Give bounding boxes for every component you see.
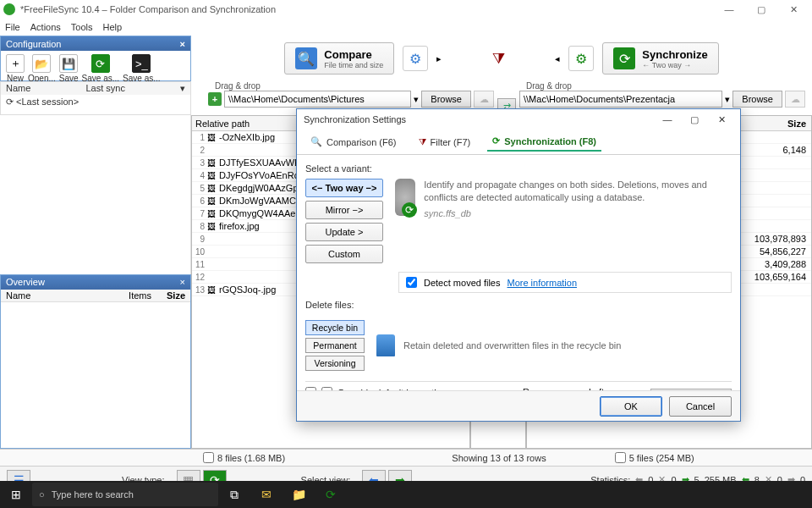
tab-comparison[interactable]: 🔍Comparison (F6) <box>305 133 402 151</box>
compare-settings-button[interactable]: ⚙ <box>403 46 428 71</box>
right-select-all[interactable] <box>615 452 626 463</box>
maximize-button[interactable]: ▢ <box>746 0 776 19</box>
window-title: *FreeFileSync 10.4 – Folder Comparison a… <box>20 4 714 14</box>
dragdrop-label-right: Drag & drop <box>519 81 805 91</box>
left-summary: 8 files (1.68 MB) <box>217 453 285 463</box>
menu-tools[interactable]: Tools <box>71 22 93 32</box>
override-log-checkbox[interactable] <box>321 387 332 390</box>
close-button[interactable]: ✕ <box>778 0 809 19</box>
windows-taskbar: ⊞ ○ Type here to search ⧉ ✉ 📁 ⟳ <box>0 481 812 508</box>
chevron-down-icon[interactable]: ▾ <box>414 94 419 105</box>
left-select-all[interactable] <box>203 452 214 463</box>
dragdrop-label-left: Drag & drop <box>208 81 494 91</box>
menu-help[interactable]: Help <box>103 22 123 32</box>
variant-update[interactable]: Update > <box>305 223 383 241</box>
on-completion-select[interactable]: On completion: <box>650 389 732 390</box>
variant-two-way[interactable]: <− Two way −> <box>305 179 383 197</box>
config-row-last-session[interactable]: ⟳ <Last session> <box>1 95 190 109</box>
chevron-down-icon[interactable]: ▾ <box>180 83 185 94</box>
start-button[interactable]: ⊞ <box>0 481 32 508</box>
new-config[interactable]: ＋New <box>6 54 25 83</box>
right-path-input[interactable] <box>519 91 722 108</box>
ffs-taskbar-icon[interactable]: ⟳ <box>315 481 347 508</box>
delete-files-label: Delete files: <box>305 300 732 310</box>
mail-icon[interactable]: ✉ <box>250 481 283 508</box>
menu-actions[interactable]: Actions <box>30 22 61 32</box>
more-info-link[interactable]: More information <box>507 278 577 288</box>
overview-col-size: Size <box>151 290 185 301</box>
filter-button[interactable]: ⧩ <box>484 44 513 73</box>
sync-icon: ⟳ <box>613 47 635 69</box>
sync-tab-icon: ⟳ <box>492 135 500 146</box>
filter-tab-icon: ⧩ <box>419 136 426 147</box>
sync-subtitle: ← Two way → <box>642 61 707 69</box>
titlebar: *FreeFileSync 10.4 – Folder Comparison a… <box>0 0 812 19</box>
overview-title: Overview <box>6 277 45 288</box>
detect-moved-label: Detect moved files <box>424 278 500 288</box>
variant-mirror[interactable]: Mirror −> <box>305 201 383 219</box>
delete-description: Retain deleted and overwritten files in … <box>403 340 621 351</box>
tab-synchronization[interactable]: ⟳Synchronization (F8) <box>487 132 601 152</box>
save-config[interactable]: 💾Save <box>59 54 79 83</box>
arrow-icon: ◂ <box>555 53 560 64</box>
menu-bar: File Actions Tools Help <box>0 19 812 36</box>
delete-recycle-bin[interactable]: Recycle bin <box>305 320 365 335</box>
search-icon: ○ <box>39 489 45 500</box>
compare-subtitle: File time and size <box>324 61 383 69</box>
arrow-icon: ▸ <box>436 53 442 64</box>
recycle-bin-icon <box>376 334 395 356</box>
task-view-icon[interactable]: ⧉ <box>218 481 250 508</box>
cancel-button[interactable]: Cancel <box>669 396 732 417</box>
add-folder-pair-button[interactable]: + <box>208 92 222 106</box>
config-col-name: Name <box>6 83 30 94</box>
sync-label: Synchronize <box>642 48 707 61</box>
compare-label: Compare <box>324 48 371 61</box>
status-bar: 8 files (1.68 MB) Showing 13 of 13 rows … <box>0 449 812 466</box>
left-path-input[interactable] <box>224 91 411 108</box>
browse-left-button[interactable]: Browse <box>421 91 471 108</box>
cloud-icon[interactable]: ☁ <box>785 91 805 108</box>
tab-filter[interactable]: ⧩Filter (F7) <box>414 133 476 151</box>
minimize-button[interactable]: — <box>714 0 744 19</box>
dialog-maximize[interactable]: ▢ <box>683 114 706 125</box>
variant-custom[interactable]: Custom <box>305 245 383 263</box>
taskbar-search[interactable]: ○ Type here to search <box>32 483 218 506</box>
detect-moved-checkbox[interactable] <box>406 277 417 288</box>
database-icon <box>395 179 415 216</box>
menu-file[interactable]: File <box>5 22 20 32</box>
delete-versioning[interactable]: Versioning <box>305 356 365 371</box>
chevron-down-icon[interactable]: ▾ <box>725 94 730 105</box>
variant-description: Identify and propagate changes on both s… <box>424 179 707 202</box>
override-log-expand[interactable] <box>305 387 316 390</box>
compare-tab-icon: 🔍 <box>310 136 322 147</box>
config-close-icon[interactable]: × <box>180 39 185 49</box>
explorer-icon[interactable]: 📁 <box>283 481 315 508</box>
saveas-config[interactable]: ⟳Save as... <box>82 54 119 83</box>
right-summary: 5 files (254 MB) <box>629 453 694 463</box>
search-placeholder: Type here to search <box>52 489 134 500</box>
cloud-icon[interactable]: ☁ <box>474 91 494 108</box>
app-icon <box>3 3 15 15</box>
synchronize-button[interactable]: ⟳ Synchronize← Two way → <box>602 42 718 75</box>
dialog-title: Synchronization Settings <box>304 114 656 124</box>
config-col-last-sync: Last sync <box>85 83 124 94</box>
override-log-label: Override default log path: <box>337 388 442 391</box>
variant-db-name: sync.ffs_db <box>424 207 732 220</box>
compare-icon: 🔍 <box>295 47 317 69</box>
browse-right-button[interactable]: Browse <box>732 91 782 108</box>
configuration-panel: Configuration × ＋New📂Open...💾Save⟳Save a… <box>0 36 191 81</box>
sync-settings-button[interactable]: ⚙ <box>568 46 594 71</box>
overview-col-name: Name <box>6 290 114 301</box>
overview-close-icon[interactable]: × <box>180 277 185 288</box>
overview-panel: Overview × Name Items Size <box>0 274 191 449</box>
compare-button[interactable]: 🔍 CompareFile time and size <box>284 42 394 75</box>
delete-permanent[interactable]: Permanent <box>305 338 365 353</box>
dialog-minimize[interactable]: — <box>656 114 679 125</box>
col-size: Size <box>752 119 811 129</box>
overview-col-items: Items <box>114 290 151 301</box>
dialog-close[interactable]: ✕ <box>710 114 733 125</box>
open-config[interactable]: 📂Open... <box>28 54 56 83</box>
saveas-batch[interactable]: >_Save as... <box>123 54 160 83</box>
ok-button[interactable]: OK <box>600 396 662 417</box>
config-title: Configuration <box>6 39 61 49</box>
